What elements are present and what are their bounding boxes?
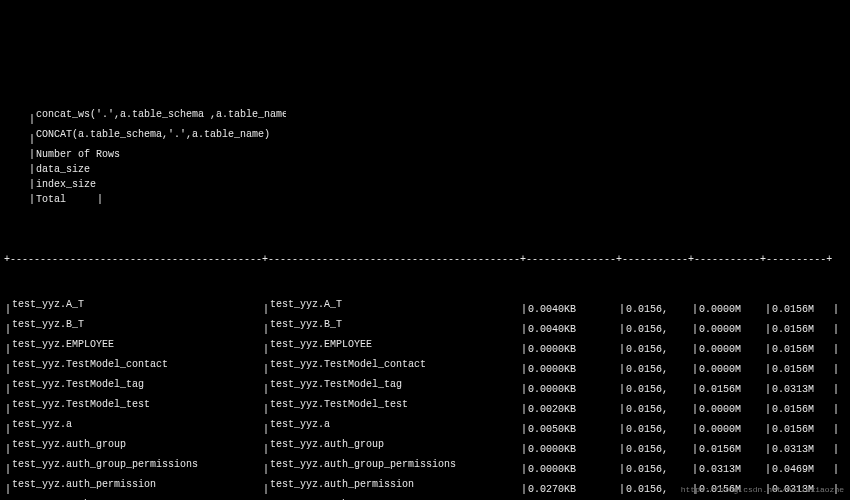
cell-datasize: 0.0156, — [626, 362, 691, 377]
cell-tablename2: test_yyz.TestModel_tag — [270, 377, 520, 392]
terminal-output[interactable]: |concat_ws('.',a.table_schema ,a.table_n… — [0, 60, 850, 500]
col-header-6: Total — [36, 192, 96, 207]
cell-numrows: 0.0000KB — [528, 362, 618, 377]
cell-datasize: 0.0156, — [626, 302, 691, 317]
cell-datasize: 0.0156, — [626, 462, 691, 477]
cell-datasize: 0.0156, — [626, 342, 691, 357]
cell-datasize: 0.0156, — [626, 322, 691, 337]
cell-tablename2: test_yyz.auth_permission — [270, 477, 520, 492]
table-row: |test_yyz.TestModel_test|test_yyz.TestMo… — [4, 397, 846, 417]
cell-indexsize: 0.0000M — [699, 402, 764, 417]
cell-indexsize: 0.0156M — [699, 382, 764, 397]
cell-total: 0.0156M — [772, 422, 832, 437]
cell-indexsize: 0.0000M — [699, 322, 764, 337]
cell-tablename1: test_yyz.TestModel_tag — [12, 377, 262, 392]
col-header-3: Number of Rows — [36, 147, 126, 162]
cell-tablename1: test_yyz.auth_permission — [12, 477, 262, 492]
cell-tablename1: test_yyz.TestModel_test — [12, 397, 262, 412]
cell-total: 0.0156M — [772, 402, 832, 417]
cell-tablename1: test_yyz.A_T — [12, 297, 262, 312]
table-header-row: |concat_ws('.',a.table_schema ,a.table_n… — [4, 92, 846, 222]
table-row: |test_yyz.TestModel_tag|test_yyz.TestMod… — [4, 377, 846, 397]
cell-tablename2: test_yyz.B_T — [270, 317, 520, 332]
cell-numrows: 0.0040KB — [528, 322, 618, 337]
cell-numrows: 0.0000KB — [528, 342, 618, 357]
col-header-4: data_size — [36, 162, 101, 177]
cell-tablename1: test_yyz.auth_group — [12, 437, 262, 452]
cell-indexsize: 0.0000M — [699, 422, 764, 437]
cell-tablename1: test_yyz.EMPLOYEE — [12, 337, 262, 352]
cell-datasize: 0.0156, — [626, 422, 691, 437]
cell-numrows: 0.0020KB — [528, 402, 618, 417]
cell-tablename2: test_yyz.TestModel_contact — [270, 357, 520, 372]
col-header-1: concat_ws('.',a.table_schema ,a.table_na… — [36, 107, 286, 122]
table-row: |test_yyz.EMPLOYEE|test_yyz.EMPLOYEE|0.0… — [4, 337, 846, 357]
cell-tablename2: test_yyz.A_T — [270, 297, 520, 312]
col-header-2: CONCAT(a.table_schema,'.',a.table_name) — [36, 127, 286, 142]
cell-tablename2: test_yyz.TestModel_test — [270, 397, 520, 412]
cell-datasize: 0.0156, — [626, 442, 691, 457]
cell-numrows: 0.0000KB — [528, 462, 618, 477]
col-header-5: index_size — [36, 177, 101, 192]
cell-total: 0.0156M — [772, 342, 832, 357]
cell-total: 0.0156M — [772, 322, 832, 337]
cell-tablename1: test_yyz.TestModel_contact — [12, 357, 262, 372]
cell-total: 0.0156M — [772, 302, 832, 317]
cell-total: 0.0156M — [772, 362, 832, 377]
watermark-url: https://blog.csdn.net/helloxiaozhe — [681, 484, 844, 496]
cell-total: 0.0469M — [772, 462, 832, 477]
cell-indexsize: 0.0000M — [699, 342, 764, 357]
cell-tablename2: test_yyz.a — [270, 417, 520, 432]
cell-tablename1: test_yyz.auth_group_permissions — [12, 457, 262, 472]
cell-indexsize: 0.0000M — [699, 302, 764, 317]
cell-numrows: 0.0050KB — [528, 422, 618, 437]
table-row: |test_yyz.B_T|test_yyz.B_T|0.0040KB|0.01… — [4, 317, 846, 337]
table-row: |test_yyz.auth_group|test_yyz.auth_group… — [4, 437, 846, 457]
cell-numrows: 0.0270KB — [528, 482, 618, 497]
cell-tablename1: test_yyz.B_T — [12, 317, 262, 332]
table-row: |test_yyz.A_T|test_yyz.A_T|0.0040KB|0.01… — [4, 297, 846, 317]
cell-numrows: 0.0000KB — [528, 382, 618, 397]
cell-total: 0.0313M — [772, 382, 832, 397]
cell-numrows: 0.0000KB — [528, 442, 618, 457]
cell-datasize: 0.0156, — [626, 382, 691, 397]
table-row: |test_yyz.TestModel_contact|test_yyz.Tes… — [4, 357, 846, 377]
cell-tablename2: test_yyz.EMPLOYEE — [270, 337, 520, 352]
cell-tablename2: test_yyz.auth_group — [270, 437, 520, 452]
cell-tablename2: test_yyz.auth_group_permissions — [270, 457, 520, 472]
cell-indexsize: 0.0156M — [699, 442, 764, 457]
cell-indexsize: 0.0313M — [699, 462, 764, 477]
cell-tablename1: test_yyz.a — [12, 417, 262, 432]
cell-total: 0.0313M — [772, 442, 832, 457]
cell-indexsize: 0.0000M — [699, 362, 764, 377]
cell-datasize: 0.0156, — [626, 402, 691, 417]
table-row: |test_yyz.a|test_yyz.a|0.0050KB|0.0156,|… — [4, 417, 846, 437]
separator-line: +---------------------------------------… — [4, 252, 846, 267]
cell-numrows: 0.0040KB — [528, 302, 618, 317]
table-row: |test_yyz.auth_group_permissions|test_yy… — [4, 457, 846, 477]
